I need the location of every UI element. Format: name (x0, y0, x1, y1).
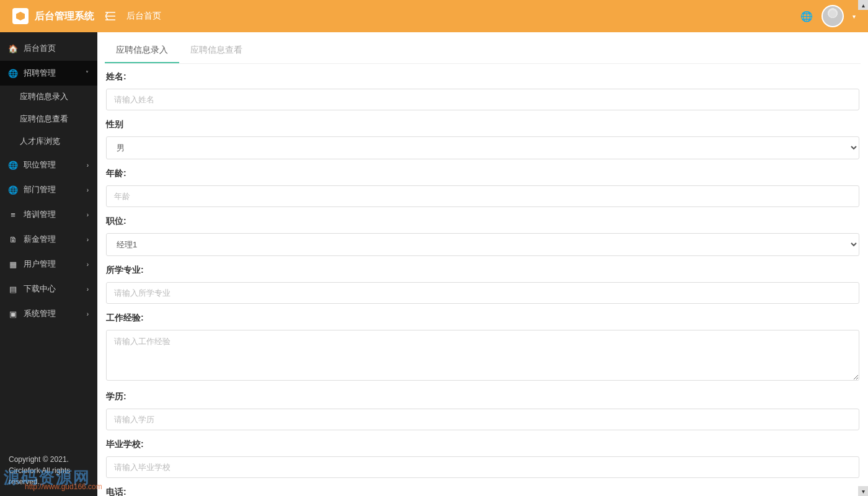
sidebar-sub-talent[interactable]: 人才库浏览 (0, 130, 97, 153)
download-icon: ▤ (9, 285, 17, 294)
header: 后台管理系统 后台首页 🌐 ▾ (0, 0, 868, 32)
tab-view[interactable]: 应聘信息查看 (179, 38, 254, 63)
form: 姓名: 性别 男 年龄: 职位: 经理1 所学专业: (105, 64, 861, 496)
sidebar-footer: Copyright © 2021. Circlefork All rights … (0, 445, 97, 496)
home-icon: 🏠 (9, 44, 17, 53)
school-input[interactable] (106, 456, 859, 478)
tabs: 应聘信息录入 应聘信息查看 (105, 38, 861, 64)
sidebar-label: 职位管理 (24, 159, 56, 170)
gender-label: 性别 (106, 119, 859, 130)
sidebar: 🏠 后台首页 🌐 招聘管理 ˅ 应聘信息录入 应聘信息查看 人才库浏览 🌐 (0, 32, 97, 496)
sidebar-sub-view[interactable]: 应聘信息查看 (0, 108, 97, 130)
sidebar-item-user[interactable]: ▦ 用户管理 › (0, 252, 97, 277)
gender-select[interactable]: 男 (106, 136, 859, 159)
sidebar-item-home[interactable]: 🏠 后台首页 (0, 36, 97, 61)
name-input[interactable] (106, 89, 859, 110)
sidebar-label: 下载中心 (24, 283, 56, 294)
sidebar-item-training[interactable]: ≡ 培训管理 › (0, 202, 97, 227)
sidebar-item-salary[interactable]: 🗎 薪金管理 › (0, 227, 97, 252)
major-label: 所学专业: (106, 265, 859, 276)
sidebar-label: 薪金管理 (24, 234, 56, 245)
sidebar-sub-entry[interactable]: 应聘信息录入 (0, 86, 97, 108)
experience-label: 工作经验: (106, 312, 859, 324)
chevron-right-icon: › (87, 236, 89, 243)
file-icon: 🗎 (9, 235, 17, 244)
age-input[interactable] (106, 185, 859, 207)
avatar[interactable] (822, 5, 844, 27)
header-right: 🌐 ▾ (800, 5, 856, 27)
chevron-right-icon: › (87, 162, 89, 169)
grid-icon: ▦ (9, 260, 17, 269)
sidebar-label: 后台首页 (24, 43, 56, 54)
content: 应聘信息录入 应聘信息查看 姓名: 性别 男 年龄: 职位: 经理1 (97, 32, 868, 496)
logo-icon (12, 8, 29, 24)
tab-entry[interactable]: 应聘信息录入 (105, 38, 179, 63)
sidebar-item-department[interactable]: 🌐 部门管理 › (0, 177, 97, 202)
outer-scroll-up[interactable]: ▴ (858, 0, 868, 10)
user-dropdown-caret-icon[interactable]: ▾ (852, 13, 856, 20)
logo[interactable]: 后台管理系统 (12, 8, 94, 24)
sidebar-label: 部门管理 (24, 184, 56, 195)
globe-icon: 🌐 (9, 185, 17, 195)
globe-icon: 🌐 (9, 69, 17, 78)
position-label: 职位: (106, 216, 859, 227)
menu-toggle-icon[interactable] (105, 12, 115, 20)
sidebar-submenu: 应聘信息录入 应聘信息查看 人才库浏览 (0, 86, 97, 153)
age-label: 年龄: (106, 168, 859, 179)
chevron-right-icon: › (87, 187, 89, 193)
chevron-right-icon: › (87, 311, 89, 317)
position-select[interactable]: 经理1 (106, 233, 859, 256)
education-label: 学历: (106, 391, 859, 402)
phone-label: 电话: (106, 487, 859, 496)
breadcrumb[interactable]: 后台首页 (126, 11, 161, 22)
header-left: 后台管理系统 后台首页 (12, 8, 161, 24)
sidebar-item-recruitment[interactable]: 🌐 招聘管理 ˅ (0, 61, 97, 86)
sidebar-label: 招聘管理 (24, 68, 56, 79)
sidebar-label: 培训管理 (24, 209, 56, 220)
sidebar-item-position[interactable]: 🌐 职位管理 › (0, 153, 97, 177)
experience-textarea[interactable] (106, 330, 859, 381)
sidebar-item-system[interactable]: ▣ 系统管理 › (0, 301, 97, 326)
language-icon[interactable]: 🌐 (800, 11, 813, 22)
chevron-down-icon: ˅ (86, 70, 89, 77)
sidebar-menu: 🏠 后台首页 🌐 招聘管理 ˅ 应聘信息录入 应聘信息查看 人才库浏览 🌐 (0, 32, 97, 326)
education-input[interactable] (106, 409, 859, 430)
chevron-right-icon: › (87, 211, 89, 218)
major-input[interactable] (106, 282, 859, 304)
chevron-right-icon: › (87, 261, 89, 268)
globe-icon: 🌐 (9, 161, 17, 170)
list-icon: ≡ (9, 210, 17, 219)
logo-text: 后台管理系统 (35, 10, 94, 23)
sidebar-label: 系统管理 (24, 308, 56, 319)
name-label: 姓名: (106, 71, 859, 82)
sidebar-item-download[interactable]: ▤ 下载中心 › (0, 277, 97, 301)
chevron-right-icon: › (87, 286, 89, 293)
sidebar-label: 用户管理 (24, 259, 56, 270)
settings-icon: ▣ (9, 309, 17, 319)
school-label: 毕业学校: (106, 439, 859, 450)
outer-scroll-down[interactable]: ▾ (858, 486, 868, 496)
